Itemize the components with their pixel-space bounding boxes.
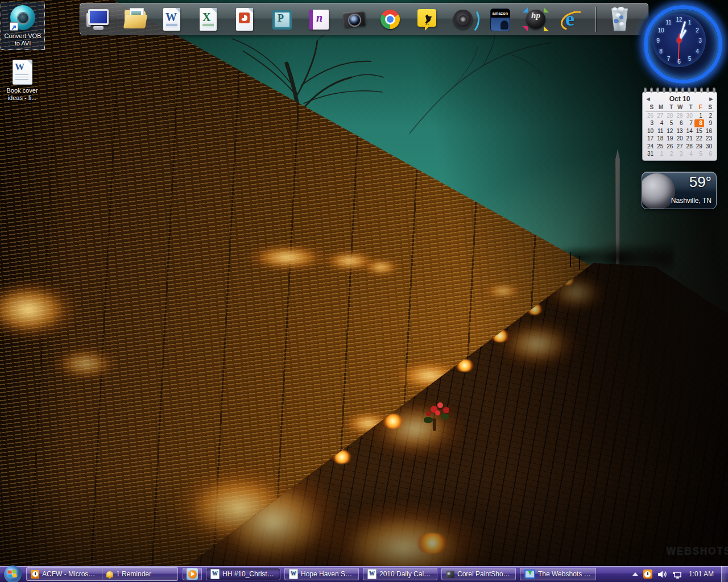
word-icon[interactable]: W [159, 6, 185, 32]
calendar-day[interactable]: 10 [646, 127, 655, 135]
calendar-day[interactable]: 26 [665, 143, 675, 151]
calendar-spiral-binding [644, 88, 715, 93]
desktop-icon-book-cover[interactable]: W Book cover ideas - fi... [1, 57, 44, 104]
powerpoint-icon[interactable] [231, 6, 258, 32]
candle-flame [382, 414, 404, 429]
clock-gadget[interactable]: 121234567891011 [644, 5, 722, 84]
calendar-day[interactable]: 27 [655, 112, 665, 120]
chrome-icon[interactable] [377, 6, 403, 32]
calendar-day[interactable]: 21 [685, 135, 694, 143]
music-player-icon[interactable] [450, 6, 476, 32]
word-doc-icon [289, 569, 298, 579]
calendar-day[interactable]: 1 [694, 112, 704, 120]
tray-reminder-icon[interactable] [643, 569, 652, 579]
show-hidden-icons-button[interactable] [632, 572, 638, 576]
calendar-day[interactable]: 5 [665, 119, 675, 127]
hp-icon[interactable]: hp [523, 6, 549, 32]
taskbar-button-media-player[interactable] [183, 568, 202, 580]
calendar-day[interactable]: 12 [665, 127, 675, 135]
calendar-day[interactable]: 20 [675, 135, 684, 143]
taskbar-button-reminder[interactable]: 1 Reminder [102, 568, 177, 580]
publisher-icon[interactable]: P [268, 6, 294, 32]
volume-icon[interactable] [657, 570, 667, 579]
taskbar-button-webshots[interactable]: The Webshots De... [520, 568, 596, 580]
calendar-day[interactable]: 29 [675, 112, 684, 120]
network-icon[interactable] [672, 570, 682, 579]
calendar-day[interactable]: 30 [685, 112, 694, 120]
clock-numeral: 11 [665, 19, 671, 25]
calendar-day[interactable]: 29 [694, 143, 704, 151]
start-button[interactable] [4, 566, 22, 582]
calendar-day[interactable]: 22 [694, 135, 704, 143]
calendar-day[interactable]: 3 [646, 119, 655, 127]
calendar-day[interactable]: 18 [655, 135, 665, 143]
moon-icon [642, 173, 675, 209]
calendar-today[interactable]: 8 [694, 119, 704, 127]
calendar-day[interactable]: 16 [704, 127, 714, 135]
calendar-day[interactable]: 13 [675, 127, 684, 135]
calendar-prev-button[interactable]: ◀ [646, 96, 650, 102]
wall-light-reflection [321, 250, 378, 272]
calendar-day[interactable]: 28 [685, 143, 694, 151]
calendar-day-header: M [655, 103, 665, 112]
candle-flame [415, 533, 449, 554]
calendar-day[interactable]: 24 [646, 143, 655, 151]
calendar-day[interactable]: 4 [685, 150, 694, 158]
taskbar-button-hope-haven[interactable]: Hope Haven Serie... [284, 568, 359, 580]
clock-numeral: 4 [696, 48, 699, 54]
calendar-day[interactable]: 14 [685, 127, 694, 135]
amazon-kindle-icon[interactable]: amazon [486, 6, 512, 32]
bell-icon [106, 571, 113, 577]
calendar-day[interactable]: 26 [646, 112, 655, 120]
taskbar-button-corel[interactable]: Corel PaintShop ... [441, 568, 516, 580]
calendar-day[interactable]: 15 [694, 127, 704, 135]
desktop-icon-convert-vob[interactable]: Convert VOB to AVI [1, 2, 45, 50]
calendar-day[interactable]: 30 [704, 143, 714, 151]
calendar-day[interactable]: 6 [675, 119, 684, 127]
calendar-day[interactable]: 2 [665, 150, 675, 158]
calendar-day[interactable]: 3 [675, 150, 684, 158]
wall-light-reflection [341, 410, 395, 436]
calendar-day[interactable]: 7 [685, 119, 694, 127]
tweetdeck-icon[interactable] [413, 6, 440, 32]
my-computer-icon[interactable] [86, 6, 112, 32]
taskbar-button-hh10[interactable]: HH #10_Christma... [206, 568, 280, 580]
excel-icon[interactable]: X [195, 6, 221, 32]
clock-numeral: 5 [688, 56, 692, 62]
clock-numeral: 12 [676, 16, 682, 23]
calendar-day[interactable]: 19 [665, 135, 675, 143]
onenote-icon[interactable]: n [304, 6, 330, 32]
taskbar-button-daily-calendar[interactable]: 2010 Daily Calend... [363, 568, 437, 580]
outlook-window-group: ACFW - Microsof... 1 Reminder [26, 567, 178, 581]
show-desktop-button[interactable] [721, 566, 728, 582]
calendar-gadget[interactable]: ◀ Oct 10 ▶ SMTWTFS2627282930123456789101… [642, 92, 717, 161]
calendar-day[interactable]: 23 [704, 135, 714, 143]
taskbar-button-acfw[interactable]: ACFW - Microsof... [27, 568, 102, 580]
calendar-day[interactable]: 6 [704, 150, 714, 158]
wall-light-reflection [0, 278, 80, 341]
fence-post [579, 256, 580, 269]
calendar-day[interactable]: 17 [646, 135, 655, 143]
calendar-day[interactable]: 9 [704, 119, 714, 127]
tree-silhouette [182, 28, 427, 193]
calendar-day[interactable]: 27 [675, 143, 684, 151]
calendar-day[interactable]: 11 [655, 127, 665, 135]
camera-icon[interactable] [341, 6, 367, 32]
calendar-day[interactable]: 25 [655, 143, 665, 151]
calendar-day[interactable]: 1 [655, 150, 665, 158]
clock-numeral: 6 [677, 59, 681, 65]
internet-explorer-icon[interactable]: e [559, 6, 585, 32]
weather-gadget[interactable]: 59° Nashville, TN [642, 172, 717, 209]
calendar-day[interactable]: 2 [704, 112, 714, 120]
documents-folder-icon[interactable] [122, 6, 148, 32]
calendar-next-button[interactable]: ▶ [709, 96, 713, 102]
recycle-bin-icon[interactable] [606, 6, 632, 32]
desktop-icon-label: Book cover ideas - fi... [2, 87, 43, 102]
calendar-day[interactable]: 28 [665, 112, 675, 120]
tray-clock-time[interactable]: 1:01 AM [689, 570, 714, 578]
calendar-day[interactable]: 5 [694, 150, 704, 158]
calendar-day[interactable]: 31 [646, 150, 655, 158]
calendar-day-header: S [704, 103, 714, 112]
calendar-day[interactable]: 4 [655, 119, 665, 127]
tree-branches [398, 31, 557, 134]
